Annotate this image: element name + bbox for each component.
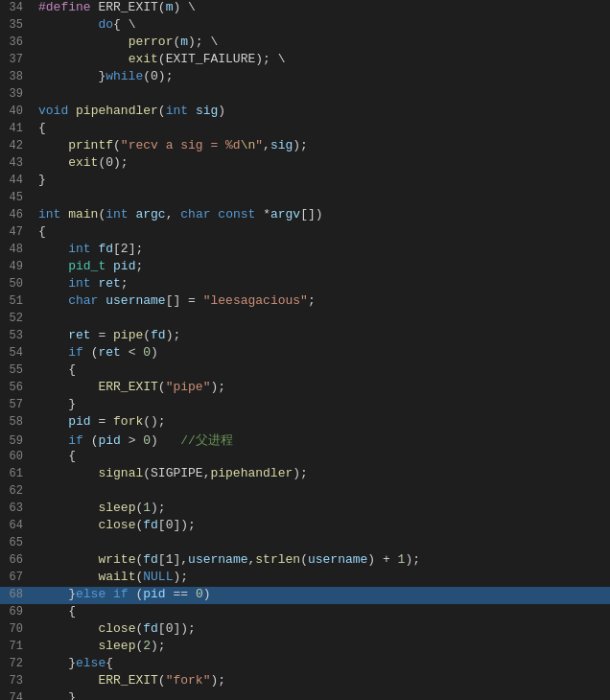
line-number: 70: [0, 622, 35, 636]
line-content: exit(0);: [35, 155, 610, 170]
line-number: 49: [0, 260, 35, 273]
line-number: 54: [0, 346, 35, 360]
code-line: 69 {: [0, 604, 610, 621]
code-line: 43 exit(0);: [0, 155, 610, 173]
code-line: 35 do{ \: [0, 17, 610, 35]
line-number: 34: [0, 1, 35, 14]
code-line: 48 int fd[2];: [0, 242, 610, 259]
code-line: 55 {: [0, 362, 610, 380]
line-number: 36: [0, 35, 35, 49]
code-line: 59 if (pid > 0) //父进程: [0, 432, 610, 449]
code-line: 56 ERR_EXIT("pipe");: [0, 380, 610, 397]
line-content: int ret;: [35, 276, 610, 291]
line-number: 63: [0, 502, 35, 515]
code-line: 39: [0, 86, 610, 104]
code-line: 66 write(fd[1],username,strlen(username)…: [0, 552, 610, 570]
code-line: 73 ERR_EXIT("fork");: [0, 673, 610, 690]
code-line: 38 }while(0);: [0, 69, 610, 86]
line-content: {: [35, 604, 610, 618]
line-number: 62: [0, 484, 35, 498]
line-content: {: [35, 362, 610, 377]
line-number: 55: [0, 363, 35, 377]
line-number: 46: [0, 208, 35, 222]
code-line: 64 close(fd[0]);: [0, 518, 610, 535]
line-number: 65: [0, 536, 35, 549]
line-number: 61: [0, 467, 35, 480]
line-number: 37: [0, 53, 35, 66]
code-line: 42 printf("recv a sig = %d\n",sig);: [0, 138, 610, 155]
line-content: ret = pipe(fd);: [35, 328, 610, 342]
line-content: }while(0);: [35, 69, 610, 83]
line-content: perror(m); \: [35, 35, 610, 49]
line-number: 67: [0, 571, 35, 584]
line-number: 39: [0, 87, 35, 101]
line-number: 71: [0, 640, 35, 653]
line-content: pid_t pid;: [35, 259, 610, 273]
line-content: pid = fork();: [35, 414, 610, 429]
line-content: }else if (pid == 0): [35, 587, 610, 601]
line-number: 50: [0, 277, 35, 291]
line-content: ERR_EXIT("pipe");: [35, 380, 610, 394]
code-line: 36 perror(m); \: [0, 35, 610, 52]
line-number: 35: [0, 18, 35, 32]
line-content: sleep(1);: [35, 501, 610, 515]
line-content: #define ERR_EXIT(m) \: [35, 0, 610, 14]
line-content: }: [35, 173, 610, 187]
code-editor: 34#define ERR_EXIT(m) \35 do{ \36 perror…: [0, 0, 610, 700]
line-content: int fd[2];: [35, 242, 610, 256]
line-content: sleep(2);: [35, 639, 610, 653]
line-number: 59: [0, 434, 35, 448]
code-line: 34#define ERR_EXIT(m) \: [0, 0, 610, 17]
code-line: 45: [0, 190, 610, 207]
line-number: 74: [0, 691, 35, 700]
line-number: 48: [0, 243, 35, 256]
code-line: 67 wailt(NULL);: [0, 570, 610, 587]
line-content: [35, 535, 610, 549]
code-line: 74 }: [0, 690, 610, 700]
line-number: 47: [0, 225, 35, 239]
code-line: 46int main(int argc, char const *argv[]): [0, 207, 610, 224]
line-content: {: [35, 224, 610, 239]
line-content: }else{: [35, 656, 610, 670]
code-line: 70 close(fd[0]);: [0, 621, 610, 639]
line-number: 64: [0, 519, 35, 532]
code-line: 37 exit(EXIT_FAILURE); \: [0, 52, 610, 69]
code-line: 44}: [0, 173, 610, 190]
code-line: 49 pid_t pid;: [0, 259, 610, 276]
line-content: ERR_EXIT("fork");: [35, 673, 610, 688]
line-content: }: [35, 397, 610, 411]
code-line: 60 {: [0, 449, 610, 466]
code-line: 62: [0, 483, 610, 501]
line-number: 51: [0, 294, 35, 308]
line-content: printf("recv a sig = %d\n",sig);: [35, 138, 610, 152]
line-number: 40: [0, 105, 35, 118]
line-content: }: [35, 690, 610, 700]
code-line: 57 }: [0, 397, 610, 414]
line-number: 43: [0, 156, 35, 170]
line-content: [35, 86, 610, 101]
line-content: close(fd[0]);: [35, 518, 610, 532]
line-number: 42: [0, 139, 35, 152]
line-number: 69: [0, 605, 35, 618]
code-line: 52: [0, 311, 610, 328]
line-content: char username[] = "leesagacious";: [35, 293, 610, 308]
code-line: 65: [0, 535, 610, 552]
line-number: 56: [0, 381, 35, 394]
code-line: 71 sleep(2);: [0, 639, 610, 656]
line-content: [35, 190, 610, 204]
line-content: {: [35, 449, 610, 463]
line-number: 57: [0, 398, 35, 411]
line-content: signal(SIGPIPE,pipehandler);: [35, 466, 610, 480]
line-content: {: [35, 121, 610, 135]
line-content: close(fd[0]);: [35, 621, 610, 636]
line-content: void pipehandler(int sig): [35, 104, 610, 118]
line-content: [35, 311, 610, 325]
line-number: 60: [0, 450, 35, 463]
code-line: 58 pid = fork();: [0, 414, 610, 432]
line-content: wailt(NULL);: [35, 570, 610, 584]
code-line: 47{: [0, 224, 610, 242]
line-content: int main(int argc, char const *argv[]): [35, 207, 610, 222]
line-number: 41: [0, 122, 35, 135]
line-number: 53: [0, 329, 35, 342]
line-number: 44: [0, 174, 35, 187]
